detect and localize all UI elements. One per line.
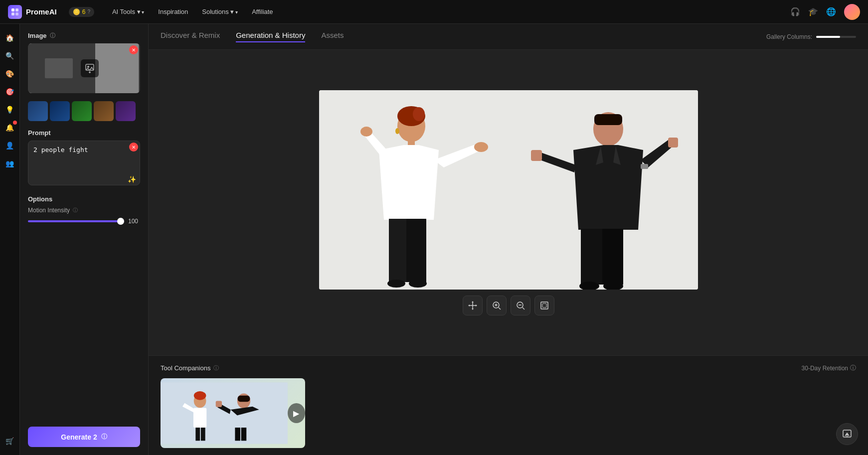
tool-companions-info-icon[interactable]: ⓘ (213, 364, 219, 372)
globe-icon[interactable]: 🌐 (826, 7, 836, 16)
svg-rect-36 (668, 138, 678, 148)
thumbnail-4[interactable] (94, 101, 114, 121)
svg-rect-16 (64, 76, 68, 86)
companion-thumbnail-svg (161, 378, 288, 448)
image-section-label: Image ⓘ (28, 32, 140, 39)
motion-intensity-info-icon[interactable]: ⓘ (73, 207, 78, 214)
canvas-area (149, 50, 868, 355)
svg-rect-8 (39, 60, 46, 65)
image-upload-area[interactable]: ✕ (28, 43, 140, 93)
tool-companions-grid: ▶ (161, 378, 856, 448)
fight-scene-svg (319, 90, 698, 290)
nav-affiliate[interactable]: Affiliate (246, 5, 279, 18)
logo[interactable]: PromeAI (8, 5, 57, 19)
sidebar-item-profile[interactable]: 👤 (2, 138, 18, 153)
svg-rect-22 (319, 90, 698, 290)
svg-point-6 (44, 51, 54, 61)
svg-point-27 (474, 142, 488, 152)
svg-rect-60 (195, 428, 200, 441)
share-float-button[interactable] (836, 423, 858, 445)
svg-marker-44 (468, 304, 470, 306)
svg-rect-64 (216, 401, 222, 407)
zoom-in-button[interactable] (487, 296, 507, 315)
image-controls (463, 296, 554, 315)
svg-point-30 (409, 280, 427, 288)
magic-wand-icon[interactable]: ✨ (128, 175, 136, 183)
retention-info-icon[interactable]: ⓘ (850, 364, 856, 372)
thumbnail-2[interactable] (50, 101, 70, 121)
svg-marker-42 (472, 301, 474, 303)
svg-rect-39 (641, 164, 648, 169)
main-layout: 🏠 🔍 🎨 🎯 💡 🔔 👤 👥 🛒 Image ⓘ (0, 24, 868, 455)
coin-count: 6 (82, 8, 86, 15)
svg-rect-3 (15, 12, 18, 15)
svg-rect-61 (201, 428, 205, 441)
motion-intensity-row: Motion Intensity ⓘ (28, 207, 140, 214)
svg-marker-43 (472, 308, 474, 310)
coin-badge[interactable]: 🪙 6 ? (69, 7, 94, 17)
gallery-columns-slider[interactable] (816, 36, 856, 38)
fit-screen-button[interactable] (534, 296, 554, 315)
generate-info-icon: ⓘ (101, 433, 107, 441)
nav-solutions[interactable]: Solutions ▾ (196, 5, 244, 18)
svg-point-19 (87, 66, 89, 68)
svg-rect-56 (161, 382, 288, 444)
tab-discover-remix[interactable]: Discover & Remix (161, 31, 220, 42)
svg-point-12 (64, 51, 74, 61)
thumbnail-3[interactable] (72, 101, 92, 121)
zoom-out-button[interactable] (511, 296, 530, 315)
image-info-icon[interactable]: ⓘ (50, 32, 55, 39)
nav-right: 🎧 🎓 🌐 (790, 4, 860, 20)
logo-icon (8, 5, 22, 19)
tab-bar: Discover & Remix Generation & History As… (149, 24, 868, 50)
svg-rect-2 (11, 12, 14, 15)
courses-icon[interactable]: 🎓 (808, 7, 818, 16)
icon-sidebar: 🏠 🔍 🎨 🎯 💡 🔔 👤 👥 🛒 (0, 24, 20, 455)
prompt-label: Prompt (28, 129, 140, 137)
tab-generation-history[interactable]: Generation & History (236, 31, 305, 42)
thumbnail-5[interactable] (116, 101, 136, 121)
motion-intensity-label: Motion Intensity (28, 207, 70, 214)
motion-intensity-value: 100 (128, 218, 140, 225)
pan-tool-button[interactable] (463, 296, 483, 315)
sidebar-item-art[interactable]: 🎨 (2, 66, 18, 82)
sidebar-item-home[interactable]: 🏠 (2, 30, 18, 46)
coin-icon: 🪙 (73, 8, 80, 15)
companion-video-1: ▶ (161, 378, 305, 448)
sidebar-item-cart[interactable]: 🛒 (2, 433, 18, 449)
svg-line-52 (522, 307, 524, 309)
svg-rect-9 (52, 63, 59, 68)
motion-intensity-slider[interactable] (28, 220, 124, 222)
companion-card-1[interactable]: ▶ (161, 378, 305, 448)
headphones-icon[interactable]: 🎧 (790, 7, 800, 16)
bottom-section: Tool Companions ⓘ 30-Day Retention ⓘ (149, 355, 868, 455)
sidebar-item-target[interactable]: 🎯 (2, 84, 18, 100)
nav-links: AI Tools ▾ Inspiration Solutions ▾ Affil… (106, 5, 778, 18)
gallery-slider-fill (816, 36, 840, 38)
top-navigation: PromeAI 🪙 6 ? AI Tools ▾ Inspiration Sol… (0, 0, 868, 24)
remove-image-button[interactable]: ✕ (129, 45, 138, 54)
svg-rect-53 (541, 302, 548, 309)
svg-rect-59 (193, 408, 206, 428)
tab-assets[interactable]: Assets (321, 31, 344, 42)
prompt-section: Prompt 2 people fight ✕ ✨ (28, 129, 140, 187)
sidebar-item-team[interactable]: 👥 (2, 155, 18, 171)
play-button[interactable]: ▶ (288, 403, 305, 423)
sidebar-item-search[interactable]: 🔍 (2, 48, 18, 64)
svg-rect-66 (241, 428, 247, 441)
right-content: Discover & Remix Generation & History As… (149, 24, 868, 455)
nav-inspiration[interactable]: Inspiration (152, 5, 194, 18)
nav-ai-tools[interactable]: AI Tools ▾ (106, 5, 150, 18)
slider-container: 100 (28, 218, 140, 225)
thumbnail-1[interactable] (28, 101, 48, 121)
svg-point-31 (395, 128, 399, 134)
generate-button[interactable]: Generate 2 ⓘ (28, 427, 140, 447)
sidebar-item-ideas[interactable]: 💡 (2, 102, 18, 118)
tool-companions-title: Tool Companions ⓘ (161, 364, 219, 372)
prompt-textarea[interactable]: 2 people fight (28, 141, 140, 185)
svg-rect-35 (531, 150, 542, 161)
notification-badge (13, 121, 17, 125)
user-avatar[interactable] (844, 4, 860, 20)
sidebar-item-notifications[interactable]: 🔔 (2, 120, 18, 136)
clear-prompt-button[interactable]: ✕ (129, 143, 138, 152)
